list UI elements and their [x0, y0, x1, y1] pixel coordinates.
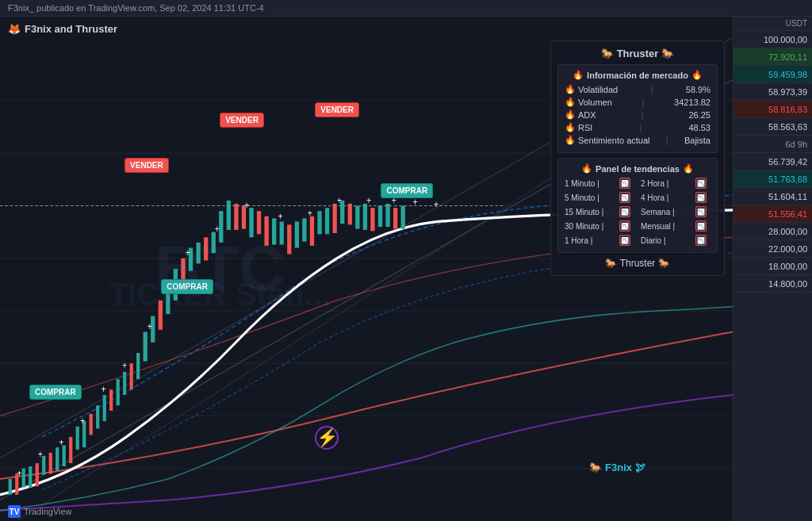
price-100k: 100.000,00	[733, 31, 812, 48]
sell-signal-3: VENDER	[315, 102, 359, 117]
trend-semana: Semana | 📉	[641, 206, 710, 217]
svg-rect-59	[355, 206, 359, 229]
main-area: 🦊 F3nix and Thruster BTC TICKER Stan...	[0, 17, 812, 521]
f3nix-dove-emoji: 🕊	[635, 462, 645, 473]
adx-row: 🔥 ADX | 26.25	[565, 109, 710, 120]
svg-rect-19	[63, 446, 66, 467]
market-section-title: 🔥 Información de mercado 🔥	[565, 70, 710, 80]
svg-rect-20	[69, 437, 72, 463]
price-51556: 51.556,41	[733, 205, 812, 223]
svg-text:+: +	[80, 415, 85, 427]
chart-section: 🦊 F3nix and Thruster BTC TICKER Stan...	[0, 17, 733, 521]
svg-rect-65	[401, 206, 405, 229]
price-28k: 28.000,00	[733, 223, 812, 240]
footer-emoji1: 🐎	[605, 258, 617, 269]
svg-rect-46	[257, 211, 261, 234]
market-info-section: 🔥 Información de mercado 🔥 🔥 Volatilidad…	[557, 64, 718, 153]
svg-rect-55	[325, 208, 329, 234]
svg-rect-31	[144, 332, 147, 362]
panel-emoji1: 🐎	[601, 48, 614, 59]
svg-rect-48	[272, 218, 276, 244]
trend-diario: Diario | 📉	[641, 235, 710, 246]
svg-text:+: +	[186, 247, 190, 259]
svg-text:+: +	[308, 207, 312, 219]
chart-title-text: F3nix and Thruster	[25, 23, 117, 35]
svg-rect-52	[302, 218, 306, 241]
svg-rect-63	[385, 204, 389, 227]
info-panel-title: 🐎 Thruster 🐎	[557, 48, 718, 59]
price-18k: 18.000,00	[733, 258, 812, 275]
main-container: F3nix_ publicado en TradingView.com, Sep…	[0, 0, 812, 521]
panel-footer: 🐎 Thruster 🐎	[557, 258, 718, 269]
volatility-row: 🔥 Volatilidad | 58.9%	[565, 84, 710, 94]
svg-rect-23	[90, 414, 93, 435]
svg-rect-47	[264, 216, 268, 246]
trend-1h: 1 Hora | 📉	[565, 235, 634, 246]
svg-rect-61	[370, 208, 374, 231]
svg-text:+: +	[215, 222, 220, 234]
price-56739: 56.739,42	[733, 153, 812, 170]
trends-grid: 1 Minuto | 📉 2 Hora | 📉 5 Minuto | 📉	[565, 178, 710, 247]
lightning-icon: ⚡	[315, 426, 339, 450]
svg-rect-64	[393, 208, 397, 229]
svg-rect-30	[136, 353, 140, 379]
svg-text:+: +	[101, 383, 105, 395]
svg-rect-15	[36, 463, 39, 486]
svg-text:+: +	[337, 194, 342, 206]
trends-section: 🔥 Panel de tendencias 🔥 1 Minuto | 📉 2 H…	[557, 158, 718, 253]
svg-text:+: +	[366, 194, 371, 206]
svg-rect-58	[348, 204, 352, 225]
svg-rect-45	[249, 208, 253, 237]
price-51604: 51.604,11	[733, 188, 812, 205]
svg-text:+: +	[147, 320, 152, 332]
chart-icon: 🦊	[8, 23, 21, 35]
svg-rect-49	[280, 221, 284, 244]
svg-rect-26	[109, 389, 113, 411]
svg-rect-11	[9, 479, 12, 495]
trend-4h: 4 Hora | 📉	[641, 192, 710, 203]
top-bar: F3nix_ publicado en TradingView.com, Sep…	[0, 0, 812, 17]
info-panel: 🐎 Thruster 🐎 🔥 Información de mercado 🔥 …	[550, 40, 725, 276]
svg-rect-28	[123, 372, 126, 395]
svg-rect-24	[96, 405, 99, 428]
footer-emoji2: 🐎	[658, 258, 670, 269]
panel-emoji2: 🐎	[661, 48, 674, 59]
f3nix-label: 🐎 F3nix 🕊	[589, 462, 645, 473]
price-51763: 51.763,68	[733, 170, 812, 188]
price-59k: 59.459,98	[733, 66, 812, 83]
panel-title-text: Thruster	[617, 48, 659, 59]
svg-text:+: +	[122, 359, 127, 371]
f3nix-text: F3nix	[605, 462, 632, 473]
sentiment-row: 🔥 Sentimiento actual | Bajista	[565, 135, 710, 145]
trend-5min: 5 Minuto | 📉	[565, 192, 634, 203]
svg-text:+: +	[38, 448, 43, 460]
chart-title: 🦊 F3nix and Thruster	[8, 23, 117, 35]
sell-signal-1: VENDER	[124, 158, 169, 173]
price-14800: 14.800,00	[733, 275, 812, 293]
svg-rect-21	[76, 427, 79, 450]
buy-signal-2: COMPRAR	[161, 279, 213, 294]
price-72k: 72.920,11	[733, 48, 812, 66]
svg-text:+: +	[59, 435, 63, 447]
svg-text:+: +	[278, 210, 282, 222]
buy-signal-3: COMPRAR	[381, 183, 433, 198]
trends-section-title: 🔥 Panel de tendencias 🔥	[565, 163, 710, 174]
svg-rect-27	[117, 379, 120, 405]
tv-icon: TV	[8, 505, 21, 518]
svg-rect-39	[204, 237, 208, 260]
right-price-panel: USDT 100.000,00 72.920,11 59.459,98 58.9…	[733, 17, 812, 521]
trend-2h: 2 Hora | 📉	[641, 178, 710, 189]
trend-mensual: Mensual | 📉	[641, 220, 710, 232]
time-remaining: 6d 9h	[733, 136, 812, 153]
footer-text: Thruster	[620, 258, 656, 269]
svg-rect-13	[22, 469, 25, 488]
svg-rect-60	[363, 204, 367, 230]
buy-signal-1: COMPRAR	[29, 385, 82, 400]
svg-rect-38	[196, 243, 200, 264]
svg-rect-33	[159, 301, 163, 330]
price-58973: 58.973,39	[733, 83, 812, 101]
svg-rect-40	[212, 232, 216, 254]
trend-30min: 30 Minuto | 📉	[565, 220, 634, 232]
usdt-label: USDT	[733, 17, 812, 31]
svg-rect-17	[49, 453, 52, 474]
